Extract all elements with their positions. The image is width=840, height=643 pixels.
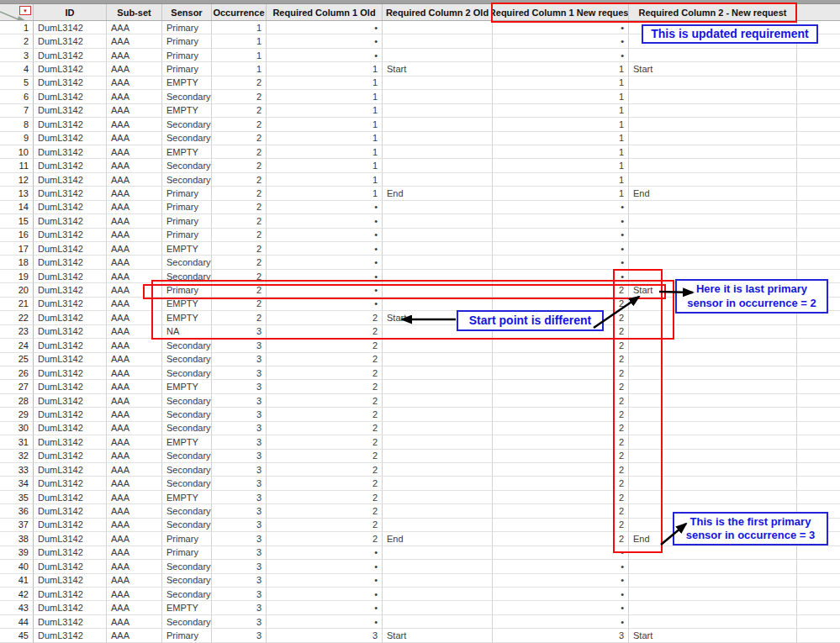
cell-sensor[interactable]: Secondary (162, 118, 212, 131)
cell-req2-old[interactable] (383, 615, 493, 629)
cell-req1-old[interactable]: 2 (267, 435, 383, 449)
cell-req1-new[interactable]: • (493, 34, 629, 48)
cell-req2-new[interactable] (629, 560, 797, 573)
cell-sensor[interactable]: EMPTY (162, 145, 212, 159)
cell-sensor[interactable]: Secondary (162, 504, 212, 518)
cell-sensor[interactable]: Primary (162, 201, 212, 214)
cell-req2-old[interactable] (383, 34, 493, 48)
cell-occurrence[interactable]: 3 (212, 394, 267, 408)
row-number[interactable]: 40 (0, 560, 34, 573)
cell-occurrence[interactable]: 2 (212, 173, 267, 187)
cell-sensor[interactable]: Secondary (162, 588, 212, 601)
row-number[interactable]: 29 (0, 408, 34, 421)
cell-req1-old[interactable]: • (267, 214, 383, 228)
cell-occurrence[interactable]: 3 (212, 422, 267, 435)
cell-sensor[interactable]: EMPTY (162, 435, 212, 449)
cell-subset[interactable]: AAA (107, 159, 162, 172)
cell-occurrence[interactable]: 3 (212, 519, 267, 532)
cell-occurrence[interactable]: 2 (212, 214, 267, 228)
row-number[interactable]: 11 (0, 159, 34, 172)
cell-req2-old[interactable] (383, 242, 493, 256)
cell-sensor[interactable]: Primary (162, 229, 212, 242)
cell-req1-new[interactable]: 1 (493, 145, 629, 159)
cell-req1-old[interactable]: 2 (267, 380, 383, 393)
cell-req1-old[interactable]: 2 (267, 450, 383, 463)
cell-req1-old[interactable]: 1 (267, 90, 383, 103)
cell-req1-new[interactable]: 2 (493, 394, 629, 408)
cell-sensor[interactable]: Secondary (162, 339, 212, 352)
cell-occurrence[interactable]: 3 (212, 601, 267, 614)
cell-occurrence[interactable]: 2 (212, 229, 267, 242)
cell-req1-new[interactable]: 2 (493, 435, 629, 449)
cell-occurrence[interactable]: 3 (212, 408, 267, 421)
cell-subset[interactable]: AAA (107, 574, 162, 588)
cell-req1-old[interactable]: • (267, 601, 383, 614)
cell-req2-new[interactable] (629, 615, 797, 629)
cell-sensor[interactable]: Primary (162, 62, 212, 76)
cell-sensor[interactable]: Primary (162, 214, 212, 228)
cell-occurrence[interactable]: 2 (212, 104, 267, 118)
row-number[interactable]: 24 (0, 339, 34, 352)
cell-req2-new[interactable]: Start (629, 629, 797, 642)
cell-id[interactable]: DumL3142 (34, 615, 107, 629)
cell-req1-old[interactable]: 2 (267, 394, 383, 408)
cell-subset[interactable]: AAA (107, 463, 162, 477)
cell-id[interactable]: DumL3142 (34, 34, 107, 48)
cell-sensor[interactable]: Secondary (162, 477, 212, 490)
cell-subset[interactable]: AAA (107, 21, 162, 34)
cell-subset[interactable]: AAA (107, 519, 162, 532)
cell-id[interactable]: DumL3142 (34, 242, 107, 256)
cell-req1-old[interactable]: • (267, 560, 383, 573)
cell-subset[interactable]: AAA (107, 477, 162, 490)
cell-id[interactable]: DumL3142 (34, 256, 107, 269)
cell-id[interactable]: DumL3142 (34, 353, 107, 366)
cell-sensor[interactable]: Secondary (162, 615, 212, 629)
cell-req2-new[interactable] (629, 104, 797, 118)
cell-sensor[interactable]: Primary (162, 34, 212, 48)
cell-subset[interactable]: AAA (107, 615, 162, 629)
row-number[interactable]: 32 (0, 450, 34, 463)
row-number[interactable]: 1 (0, 21, 34, 34)
cell-req1-old[interactable]: • (267, 588, 383, 601)
cell-req1-old[interactable]: • (267, 21, 383, 34)
row-number[interactable]: 21 (0, 298, 34, 311)
cell-sensor[interactable]: EMPTY (162, 601, 212, 614)
cell-req2-old[interactable] (383, 560, 493, 573)
cell-req2-new[interactable] (629, 145, 797, 159)
cell-id[interactable]: DumL3142 (34, 173, 107, 187)
row-number[interactable]: 30 (0, 422, 34, 435)
cell-req1-old[interactable]: 2 (267, 477, 383, 490)
cell-req1-old[interactable]: 1 (267, 62, 383, 76)
cell-req2-old[interactable] (383, 380, 493, 393)
cell-req2-old[interactable] (383, 104, 493, 118)
cell-id[interactable]: DumL3142 (34, 380, 107, 393)
cell-req1-old[interactable]: 1 (267, 104, 383, 118)
cell-id[interactable]: DumL3142 (34, 145, 107, 159)
cell-req1-old[interactable]: 2 (267, 532, 383, 545)
cell-sensor[interactable]: Secondary (162, 560, 212, 573)
cell-req2-new[interactable] (629, 118, 797, 131)
cell-id[interactable]: DumL3142 (34, 366, 107, 380)
cell-occurrence[interactable]: 3 (212, 588, 267, 601)
cell-occurrence[interactable]: 1 (212, 49, 267, 62)
cell-req2-old[interactable] (383, 118, 493, 131)
row-number[interactable]: 20 (0, 283, 34, 297)
row-number[interactable]: 26 (0, 366, 34, 380)
cell-subset[interactable]: AAA (107, 588, 162, 601)
cell-req2-old[interactable] (383, 173, 493, 187)
cell-req2-new[interactable] (629, 256, 797, 269)
cell-req1-old[interactable]: 2 (267, 422, 383, 435)
cell-req2-old[interactable] (383, 408, 493, 421)
row-number[interactable]: 28 (0, 394, 34, 408)
cell-occurrence[interactable]: 3 (212, 463, 267, 477)
cell-id[interactable]: DumL3142 (34, 187, 107, 200)
cell-req2-old[interactable] (383, 49, 493, 62)
cell-req1-old[interactable]: • (267, 256, 383, 269)
cell-req2-old[interactable] (383, 132, 493, 145)
cell-req1-old[interactable]: 1 (267, 159, 383, 172)
cell-sensor[interactable]: Secondary (162, 394, 212, 408)
cell-id[interactable]: DumL3142 (34, 574, 107, 588)
cell-req2-old[interactable] (383, 601, 493, 614)
cell-subset[interactable]: AAA (107, 504, 162, 518)
cell-req1-new[interactable]: 1 (493, 90, 629, 103)
